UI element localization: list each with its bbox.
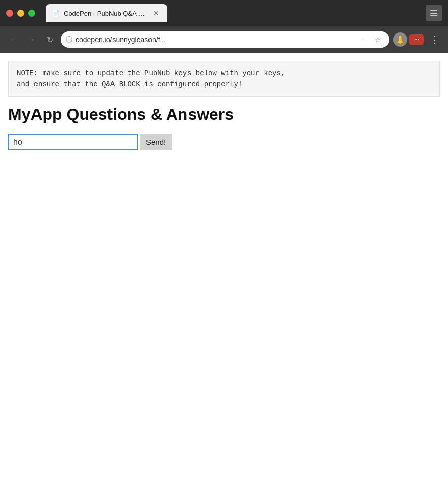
url-text: codepen.io/sunnygleason/f... (76, 36, 353, 44)
traffic-lights (6, 10, 35, 17)
url-bar[interactable]: ⓘ codepen.io/sunnygleason/f... − ☆ (61, 31, 389, 48)
titlebar: 📄 CodePen - PubNub Q&A UI w/ ✕ (0, 0, 448, 26)
tab-close-icon[interactable]: ✕ (151, 8, 161, 18)
tab-page-icon: 📄 (52, 10, 60, 17)
reload-button[interactable]: ↻ (43, 32, 57, 47)
forward-button[interactable]: → (24, 32, 39, 47)
addressbar: ← → ↻ ⓘ codepen.io/sunnygleason/f... − ☆… (0, 26, 448, 53)
send-button[interactable]: Send! (140, 134, 172, 150)
bookmark-icon[interactable]: ☆ (371, 33, 384, 46)
maximize-button[interactable] (28, 10, 35, 17)
url-actions: − ☆ (356, 33, 384, 46)
qa-form: Send! (8, 134, 440, 150)
page-main: MyApp Questions & Answers Send! (0, 97, 448, 150)
dots-extension-icon[interactable]: ··· (409, 34, 424, 45)
minimize-button[interactable] (17, 10, 24, 17)
back-button[interactable]: ← (6, 32, 20, 47)
tor-icon[interactable]: 👃 (393, 32, 407, 47)
devtools-icon[interactable] (426, 5, 442, 21)
active-tab[interactable]: 📄 CodePen - PubNub Q&A UI w/ ✕ (46, 4, 167, 22)
question-input[interactable] (8, 134, 138, 150)
tab-title: CodePen - PubNub Q&A UI w/ (64, 10, 147, 17)
tab-bar: 📄 CodePen - PubNub Q&A UI w/ ✕ (46, 4, 422, 22)
page-heading: MyApp Questions & Answers (8, 105, 440, 124)
close-button[interactable] (6, 10, 13, 17)
page-content: NOTE: make sure to update the PubNub key… (0, 61, 448, 483)
note-banner: NOTE: make sure to update the PubNub key… (8, 61, 440, 97)
note-text: NOTE: make sure to update the PubNub key… (17, 69, 285, 88)
zoom-out-icon[interactable]: − (356, 33, 369, 46)
menu-button[interactable]: ⋮ (428, 32, 442, 47)
titlebar-right (426, 5, 442, 21)
info-icon: ⓘ (66, 35, 72, 44)
extensions-area: 👃 ··· (393, 32, 424, 47)
